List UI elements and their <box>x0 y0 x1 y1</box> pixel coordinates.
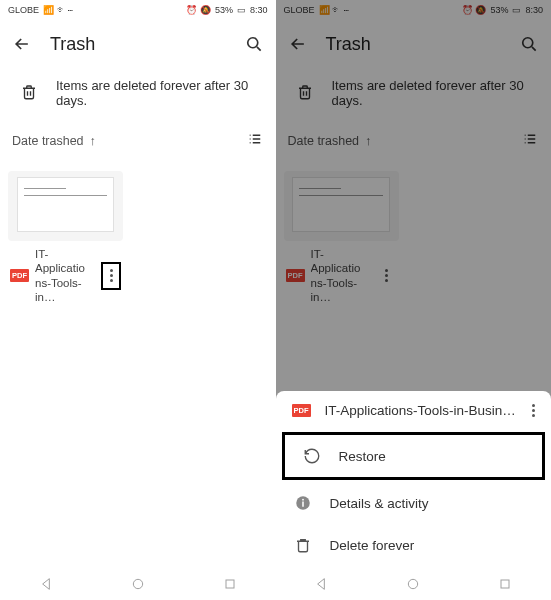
sheet-filename: IT-Applications-Tools-in-Business-… <box>325 403 519 418</box>
file-name: IT-Applicatio ns-Tools-in… <box>311 247 371 305</box>
sort-button[interactable]: Date trashed ↑ <box>12 134 96 148</box>
pane-context-menu: GLOBE 📶 ᯤ ⋯ ⏰ 🔕 53% ▭ 8:30 Trash Ite <box>276 0 552 600</box>
info-banner: Items are deleted forever after 30 days. <box>276 68 552 122</box>
pdf-badge-icon: PDF <box>286 269 305 282</box>
status-bar: GLOBE 📶 ᯤ ⋯ ⏰ 🔕 53% ▭ 8:30 <box>0 0 276 20</box>
back-arrow-icon[interactable] <box>12 34 32 54</box>
file-name: IT-Applicatio ns-Tools-in… <box>35 247 95 305</box>
svg-point-7 <box>409 579 418 588</box>
trash-outline-icon <box>20 83 38 104</box>
carrier-label: GLOBE <box>284 5 315 15</box>
kebab-icon <box>110 269 113 282</box>
search-icon[interactable] <box>519 34 539 54</box>
file-thumbnail <box>284 171 399 241</box>
clock: 8:30 <box>525 5 543 15</box>
nav-home-icon[interactable] <box>130 576 146 596</box>
kebab-icon <box>532 404 535 417</box>
battery-icon: ▭ <box>512 5 521 15</box>
nav-recent-icon[interactable] <box>222 576 238 596</box>
sheet-header: PDF IT-Applications-Tools-in-Business-… <box>276 391 552 430</box>
file-card[interactable]: PDF IT-Applicatio ns-Tools-in… <box>8 171 123 305</box>
app-bar: Trash <box>276 20 552 68</box>
svg-point-1 <box>133 579 142 588</box>
back-arrow-icon[interactable] <box>288 34 308 54</box>
sort-direction-icon: ↑ <box>90 134 96 148</box>
banner-text: Items are deleted forever after 30 days. <box>332 78 536 108</box>
svg-rect-2 <box>226 580 234 588</box>
clock: 8:30 <box>250 5 268 15</box>
svg-point-3 <box>523 38 533 48</box>
battery-percent: 53% <box>490 5 508 15</box>
menu-delete-forever[interactable]: Delete forever <box>276 524 552 566</box>
menu-details-label: Details & activity <box>330 496 429 511</box>
sheet-more-button[interactable] <box>532 404 535 417</box>
sort-label: Date trashed <box>12 134 84 148</box>
status-alarm-dnd: ⏰ 🔕 <box>186 5 211 15</box>
svg-rect-5 <box>302 502 304 507</box>
info-banner: Items are deleted forever after 30 days. <box>0 68 276 122</box>
bottom-sheet: PDF IT-Applications-Tools-in-Business-… … <box>276 391 552 572</box>
system-navbar <box>276 572 552 600</box>
svg-rect-8 <box>501 580 509 588</box>
system-navbar <box>0 572 276 600</box>
menu-restore-label: Restore <box>339 449 386 464</box>
battery-icon: ▭ <box>237 5 246 15</box>
file-thumbnail <box>8 171 123 241</box>
view-list-icon[interactable] <box>521 130 539 151</box>
status-network-icons: 📶 ᯤ ⋯ <box>319 5 349 15</box>
nav-recent-icon[interactable] <box>497 576 513 596</box>
menu-delete-label: Delete forever <box>330 538 415 553</box>
status-alarm-dnd: ⏰ 🔕 <box>462 5 487 15</box>
carrier-label: GLOBE <box>8 5 39 15</box>
trash-icon <box>294 536 312 554</box>
banner-text: Items are deleted forever after 30 days. <box>56 78 260 108</box>
nav-back-icon[interactable] <box>38 576 54 596</box>
kebab-icon <box>385 269 388 282</box>
svg-point-6 <box>302 499 304 501</box>
sort-direction-icon: ↑ <box>365 134 371 148</box>
file-card[interactable]: PDF IT-Applicatio ns-Tools-in… <box>284 171 399 305</box>
page-title: Trash <box>326 34 502 55</box>
battery-percent: 53% <box>215 5 233 15</box>
restore-icon <box>303 447 321 465</box>
sort-label: Date trashed <box>288 134 360 148</box>
pdf-badge-icon: PDF <box>292 404 311 417</box>
nav-back-icon[interactable] <box>313 576 329 596</box>
file-more-button[interactable] <box>101 262 121 290</box>
menu-details[interactable]: Details & activity <box>276 482 552 524</box>
nav-home-icon[interactable] <box>405 576 421 596</box>
status-network-icons: 📶 ᯤ ⋯ <box>43 5 73 15</box>
view-list-icon[interactable] <box>246 130 264 151</box>
file-more-button[interactable] <box>377 269 397 282</box>
menu-restore[interactable]: Restore <box>282 432 546 480</box>
sort-bar: Date trashed ↑ <box>276 122 552 159</box>
search-icon[interactable] <box>244 34 264 54</box>
trash-outline-icon <box>296 83 314 104</box>
pane-trash-list: GLOBE 📶 ᯤ ⋯ ⏰ 🔕 53% ▭ 8:30 Trash Items a… <box>0 0 276 600</box>
page-title: Trash <box>50 34 226 55</box>
status-bar: GLOBE 📶 ᯤ ⋯ ⏰ 🔕 53% ▭ 8:30 <box>276 0 552 20</box>
svg-point-0 <box>247 38 257 48</box>
sort-button[interactable]: Date trashed ↑ <box>288 134 372 148</box>
pdf-badge-icon: PDF <box>10 269 29 282</box>
app-bar: Trash <box>0 20 276 68</box>
info-icon <box>294 494 312 512</box>
sort-bar: Date trashed ↑ <box>0 122 276 159</box>
